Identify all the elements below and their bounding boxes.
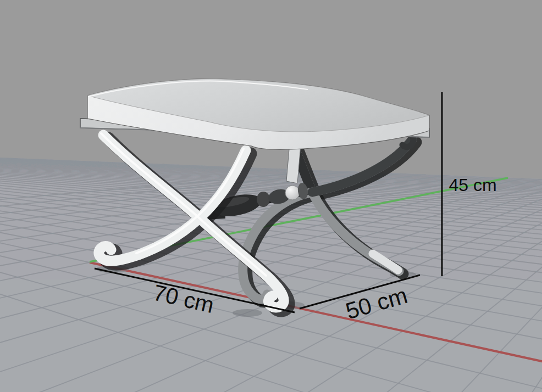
spindle-ball-finial[interactable] bbox=[285, 186, 300, 200]
cad-3d-viewport[interactable]: 70 cm 50 cm 45 cm bbox=[0, 0, 542, 392]
viewport-canvas[interactable]: 70 cm 50 cm 45 cm bbox=[0, 0, 542, 392]
dimension-label-height: 45 cm bbox=[449, 175, 496, 195]
foot-shadow[interactable] bbox=[233, 309, 262, 317]
spindle-knob[interactable] bbox=[257, 192, 270, 207]
